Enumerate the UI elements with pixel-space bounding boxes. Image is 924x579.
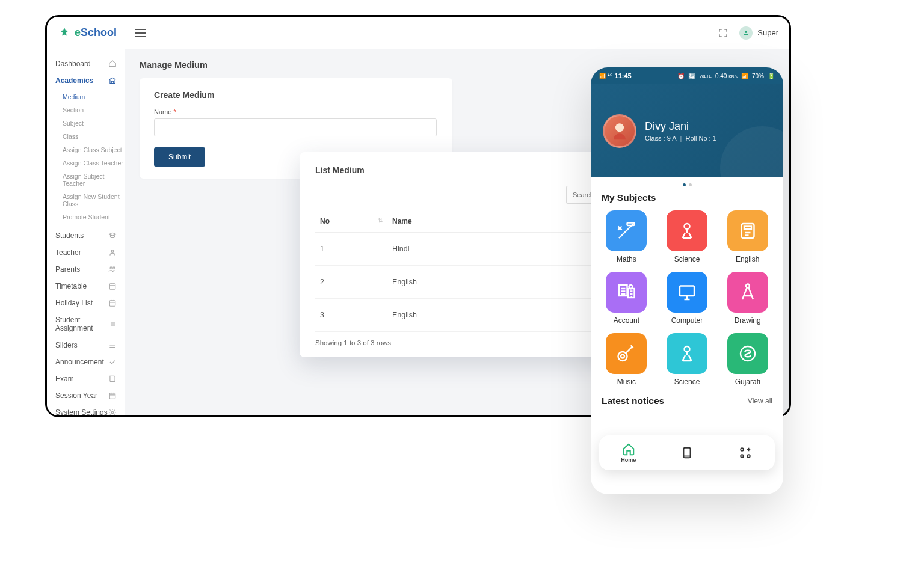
svg-point-11 bbox=[615, 123, 624, 132]
apps-icon bbox=[739, 446, 752, 459]
name-label: Name * bbox=[154, 108, 438, 115]
status-time: 11:45 bbox=[615, 72, 632, 79]
col-name[interactable]: Name bbox=[387, 210, 591, 233]
sidebar-item-session-year[interactable]: Session Year bbox=[47, 387, 125, 404]
svg-rect-6 bbox=[109, 393, 115, 399]
sidebar: DashboardAcademicsMediumSectionSubjectCl… bbox=[47, 49, 125, 415]
subject-gujarati[interactable]: Gujarati bbox=[722, 333, 772, 386]
subnav-item-class[interactable]: Class bbox=[63, 130, 125, 143]
subnav-item-assign-class-teacher[interactable]: Assign Class Teacher bbox=[63, 156, 125, 170]
battery-icon: 🔋 bbox=[768, 73, 775, 79]
svg-point-3 bbox=[113, 267, 116, 269]
guitar-icon bbox=[615, 343, 637, 364]
sidebar-item-holiday-list[interactable]: Holiday List bbox=[47, 295, 125, 311]
nav-home[interactable]: Home bbox=[599, 435, 658, 470]
person-icon bbox=[108, 248, 117, 257]
carousel-dots[interactable] bbox=[591, 177, 783, 190]
sidebar-item-system-settings[interactable]: System Settings bbox=[47, 404, 125, 415]
subject-science[interactable]: Science bbox=[662, 333, 712, 386]
microscope-icon bbox=[676, 343, 698, 364]
svg-rect-4 bbox=[109, 284, 115, 289]
dot-1[interactable] bbox=[683, 183, 686, 186]
name-input[interactable] bbox=[154, 118, 437, 136]
sidebar-item-label: Academics bbox=[55, 76, 93, 85]
subnav-item-subject[interactable]: Subject bbox=[63, 117, 125, 130]
subject-account[interactable]: Account bbox=[602, 272, 651, 325]
svg-point-18 bbox=[629, 285, 633, 289]
sidebar-item-parents[interactable]: Parents bbox=[47, 261, 125, 278]
profile-name: Divy Jani bbox=[645, 120, 716, 133]
subnav-item-assign-subject-teacher[interactable]: Assign Subject Teacher bbox=[63, 170, 125, 190]
sidebar-item-sliders[interactable]: Sliders bbox=[47, 337, 125, 354]
subnav-item-section[interactable]: Section bbox=[63, 103, 125, 117]
calendar-icon bbox=[108, 282, 117, 290]
view-all-link[interactable]: View all bbox=[748, 397, 772, 405]
subject-music[interactable]: Music bbox=[602, 333, 651, 386]
subject-computer[interactable]: Computer bbox=[662, 272, 712, 325]
sidebar-item-dashboard[interactable]: Dashboard bbox=[47, 55, 125, 72]
subject-label: Gujarati bbox=[722, 378, 772, 386]
subject-drawing[interactable]: Drawing bbox=[722, 272, 772, 325]
subject-label: Computer bbox=[662, 316, 712, 325]
subject-label: Science bbox=[662, 255, 712, 263]
sidebar-item-teacher[interactable]: Teacher bbox=[47, 244, 125, 261]
menu-toggle-icon[interactable] bbox=[135, 29, 146, 37]
subject-tile bbox=[606, 210, 647, 251]
svg-point-2 bbox=[110, 267, 112, 269]
nav-apps[interactable] bbox=[716, 435, 775, 470]
profile-avatar[interactable] bbox=[603, 114, 636, 148]
svg-point-25 bbox=[741, 448, 744, 451]
book-icon bbox=[108, 375, 117, 383]
create-heading: Create Medium bbox=[154, 90, 438, 100]
subject-label: Account bbox=[602, 316, 651, 325]
dot-2[interactable] bbox=[689, 183, 692, 186]
sidebar-item-label: Session Year bbox=[55, 391, 97, 400]
submit-button[interactable]: Submit bbox=[154, 147, 205, 167]
svg-point-22 bbox=[621, 355, 624, 358]
subject-science[interactable]: Science bbox=[662, 210, 712, 263]
gear-icon bbox=[108, 408, 117, 415]
subnav-item-promote-student[interactable]: Promote Student bbox=[63, 210, 125, 224]
user-menu[interactable]: Super bbox=[739, 26, 778, 40]
subject-tile bbox=[667, 333, 707, 374]
subject-tile bbox=[667, 210, 707, 251]
subject-label: Maths bbox=[602, 255, 651, 263]
cell-no: 2 bbox=[315, 266, 387, 299]
svg-point-7 bbox=[111, 411, 114, 414]
logo-icon bbox=[58, 26, 71, 40]
notices-heading: Latest notices bbox=[602, 396, 664, 406]
alarm-icon: ⏰ bbox=[677, 73, 685, 79]
sidebar-item-student-assignment[interactable]: Student Assignment bbox=[47, 311, 125, 337]
svg-point-23 bbox=[684, 346, 689, 352]
col-no[interactable]: No⇅ bbox=[315, 210, 387, 233]
svg-point-13 bbox=[684, 224, 689, 229]
subject-maths[interactable]: Maths bbox=[602, 210, 651, 263]
fullscreen-icon[interactable] bbox=[718, 28, 728, 38]
subnav-item-assign-new-student-class[interactable]: Assign New Student Class bbox=[63, 190, 125, 210]
sidebar-item-label: Parents bbox=[55, 265, 80, 274]
sidebar-item-announcement[interactable]: Announcement bbox=[47, 354, 125, 370]
nav-home-label: Home bbox=[621, 457, 636, 463]
svg-point-27 bbox=[748, 455, 751, 458]
cell-no: 1 bbox=[315, 233, 387, 266]
sidebar-item-timetable[interactable]: Timetable bbox=[47, 278, 125, 295]
sidebar-item-exam[interactable]: Exam bbox=[47, 370, 125, 387]
subject-english[interactable]: English bbox=[722, 210, 772, 263]
sidebar-item-academics[interactable]: Academics bbox=[47, 72, 125, 89]
cell-name: Hindi bbox=[387, 233, 591, 266]
institution-icon bbox=[108, 76, 117, 85]
subject-label: Science bbox=[662, 378, 712, 386]
svg-point-1 bbox=[111, 250, 114, 253]
app-logo[interactable]: eSchool bbox=[58, 26, 117, 40]
sidebar-item-students[interactable]: Students bbox=[47, 227, 125, 244]
sidebar-item-label: Students bbox=[55, 231, 84, 240]
subnav-item-assign-class-subject[interactable]: Assign Class Subject bbox=[63, 143, 125, 156]
subnav-item-medium[interactable]: Medium bbox=[63, 90, 125, 103]
nav-library[interactable] bbox=[658, 435, 716, 470]
net-speed: 0.40 KB/s bbox=[715, 73, 738, 79]
subjects-heading: My Subjects bbox=[602, 192, 772, 203]
people-icon bbox=[108, 265, 117, 274]
user-role-label: Super bbox=[757, 28, 778, 37]
profile-meta: Class : 9 A|Roll No : 1 bbox=[645, 135, 716, 142]
cell-no: 3 bbox=[315, 299, 387, 332]
